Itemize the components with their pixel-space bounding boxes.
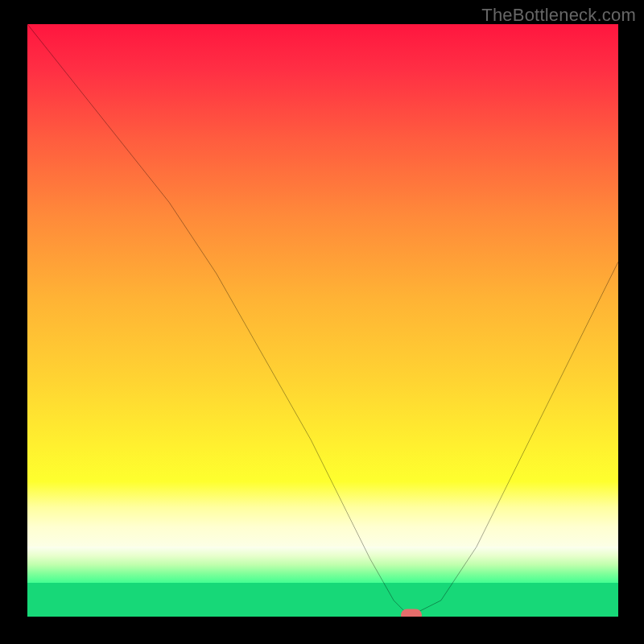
chart-frame: TheBottleneck.com bbox=[0, 0, 644, 644]
curve-path bbox=[27, 24, 618, 613]
plot-area bbox=[27, 24, 618, 618]
x-axis-baseline bbox=[27, 617, 618, 618]
watermark-text: TheBottleneck.com bbox=[481, 5, 636, 26]
curve-svg bbox=[27, 24, 618, 618]
plot-inner bbox=[27, 24, 618, 618]
